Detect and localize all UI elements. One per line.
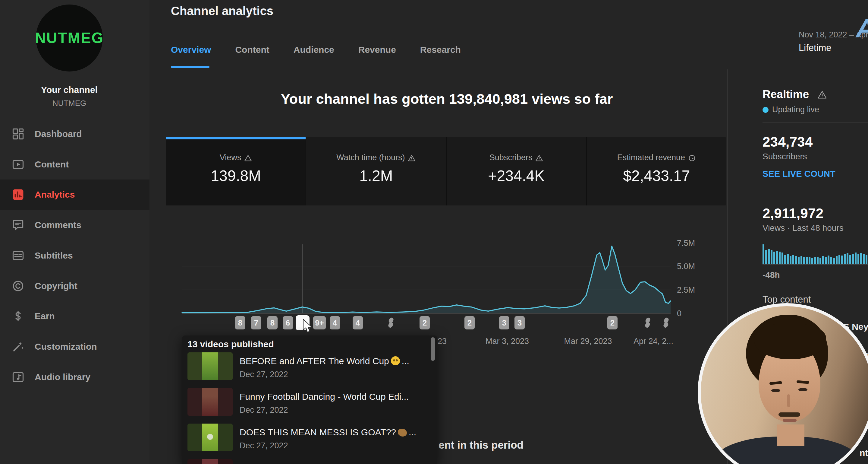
webcam-person-mustache	[778, 412, 800, 417]
video-marker[interactable]: 4	[352, 316, 363, 329]
youtube-studio-analytics-page: NUTMEG Your channel NUTMEG DashboardCont…	[0, 0, 868, 464]
popup-video-row[interactable]: BEFORE and AFTER The World Cup...Dec 27,…	[182, 352, 437, 385]
metric-card-subscribers[interactable]: Subscribers+234.4K	[447, 137, 587, 205]
realtime-bar	[795, 256, 797, 264]
realtime-bar	[817, 257, 818, 264]
sidebar-item-earn[interactable]: Earn	[0, 301, 150, 331]
ytick-label: 5.0M	[677, 262, 695, 271]
metric-label: Subscribers	[490, 153, 532, 162]
tab-revenue[interactable]: Revenue	[358, 45, 396, 55]
ytick-label: 7.5M	[677, 239, 695, 248]
realtime-bar	[819, 258, 821, 264]
tab-audience[interactable]: Audience	[293, 45, 334, 55]
warning-icon	[535, 153, 543, 162]
realtime-bar	[863, 254, 865, 264]
realtime-bar	[798, 257, 800, 264]
video-marker[interactable]: 8	[267, 316, 278, 329]
xtick-label: Mar 3, 2023	[486, 337, 529, 346]
video-title: Funny Football Dancing - World Cup Edi..…	[240, 392, 409, 402]
analytics-icon	[11, 188, 25, 201]
realtime-bar	[833, 258, 835, 264]
tab-overview[interactable]: Overview	[171, 45, 211, 55]
realtime-bar	[836, 256, 838, 264]
shorts-icon[interactable]	[643, 316, 653, 329]
video-thumbnail	[187, 388, 233, 416]
realtime-bar	[866, 255, 867, 264]
video-marker[interactable]: 6	[283, 316, 293, 329]
popup-video-row[interactable]: Funny Football Dancing - World Cup Edi..…	[182, 388, 437, 421]
metric-cards: Views139.8MWatch time (hours)1.2MSubscri…	[166, 137, 726, 205]
warning-icon	[817, 90, 827, 99]
realtime-bar	[822, 256, 824, 264]
sidebar-item-label: Copyright	[35, 271, 78, 301]
realtime-bar	[828, 256, 830, 264]
shorts-icon[interactable]	[386, 316, 396, 329]
date-period: Lifetime	[799, 42, 868, 53]
realtime-baseline	[763, 265, 868, 265]
sidebar-item-customization[interactable]: Customization	[0, 331, 150, 362]
metric-value: $2,433.17	[587, 167, 726, 185]
popup-video-row[interactable]	[182, 459, 437, 464]
xtick-label: Mar 29, 2023	[564, 337, 612, 346]
video-title: BEFORE and AFTER The World Cup...	[240, 356, 409, 366]
metric-card-watch-time-hours[interactable]: Watch time (hours)1.2M	[306, 137, 446, 205]
sidebar-item-analytics[interactable]: Analytics	[0, 179, 150, 210]
realtime-bar	[801, 256, 802, 264]
subtitles-icon	[11, 249, 25, 262]
sidebar-item-content[interactable]: Content	[0, 149, 150, 179]
sidebar-item-subtitles[interactable]: Subtitles	[0, 240, 150, 271]
content-icon	[11, 158, 25, 171]
sidebar-item-label: Customization	[35, 331, 97, 362]
video-marker[interactable]: 4	[330, 316, 340, 329]
video-marker[interactable]: 7	[251, 316, 261, 329]
occluded-text-fragment: nt	[860, 448, 868, 458]
copyright-icon	[11, 279, 25, 293]
metric-value: 139.8M	[166, 167, 306, 185]
realtime-bar	[860, 253, 862, 264]
video-marker[interactable]: 2	[420, 316, 430, 329]
realtime-bar	[825, 257, 827, 264]
realtime-bar	[846, 253, 848, 264]
realtime-views-label: Views · Last 48 hours	[763, 223, 844, 233]
sidebar-item-label: Subtitles	[35, 240, 73, 271]
realtime-bar	[809, 257, 810, 264]
popup-title: 13 videos published	[187, 339, 274, 349]
video-marker[interactable]: 3	[499, 316, 509, 329]
realtime-bar	[763, 244, 764, 264]
metric-card-views[interactable]: Views139.8M	[166, 137, 306, 205]
video-thumbnail	[187, 352, 233, 380]
sidebar-item-audio-library[interactable]: Audio library	[0, 362, 150, 392]
realtime-bar	[765, 250, 767, 264]
tab-content[interactable]: Content	[235, 45, 269, 55]
realtime-bar	[789, 256, 792, 264]
video-marker[interactable]: 2	[607, 316, 618, 329]
channel-avatar[interactable]: NUTMEG	[36, 4, 103, 71]
realtime-bar	[784, 255, 786, 264]
video-marker[interactable]: 2	[464, 316, 475, 329]
webcam-person-neck	[777, 425, 804, 446]
goat-emoji	[398, 429, 407, 437]
realtime-bar	[852, 254, 854, 264]
popup-video-row[interactable]: DOES THIS MEAN MESSI IS GOAT??...Dec 27,…	[182, 424, 437, 457]
video-thumbnail	[187, 424, 233, 451]
channel-avatar-text: NUTMEG	[35, 29, 104, 47]
video-marker[interactable]: 8	[235, 316, 245, 329]
sidebar-item-comments[interactable]: Comments	[0, 210, 150, 240]
webcam-person-mouth	[783, 419, 797, 422]
webcam-person-nose	[787, 394, 790, 407]
realtime-bar	[841, 256, 843, 264]
see-live-count-link[interactable]: SEE LIVE COUNT	[763, 169, 835, 179]
warning-icon	[408, 153, 415, 162]
videos-published-popup: 13 videos published BEFORE and AFTER The…	[182, 336, 437, 464]
metric-card-estimated-revenue[interactable]: Estimated revenue$2,433.17	[587, 137, 726, 205]
tab-research[interactable]: Research	[420, 45, 461, 55]
earn-icon	[11, 310, 25, 323]
realtime-bar	[803, 257, 805, 264]
views-line-chart	[181, 239, 672, 314]
realtime-bar	[787, 254, 789, 264]
sidebar-item-dashboard[interactable]: Dashboard	[0, 119, 150, 149]
shorts-icon[interactable]	[661, 316, 671, 329]
sidebar-item-copyright[interactable]: Copyright	[0, 271, 150, 301]
realtime-bar	[768, 249, 770, 264]
video-marker[interactable]: 3	[515, 316, 525, 329]
